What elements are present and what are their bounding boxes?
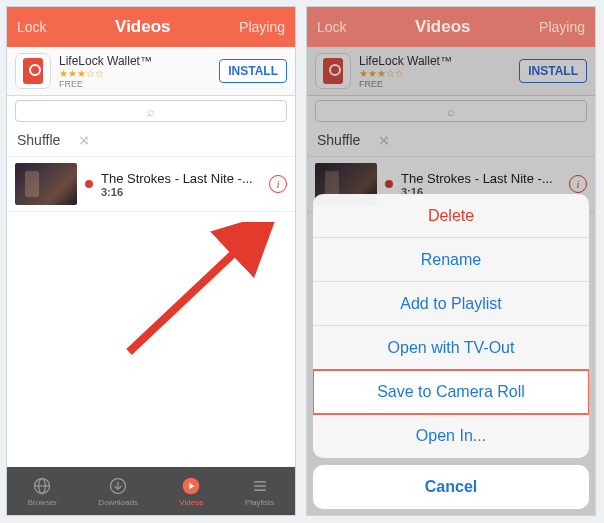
sheet-open-in[interactable]: Open In... [313,414,589,458]
navbar: Lock Videos Playing [307,7,595,47]
navbar: Lock Videos Playing [7,7,295,47]
annotation-arrow-icon [117,222,282,372]
nav-lock[interactable]: Lock [317,19,347,35]
tab-label: Playlists [245,498,274,507]
video-meta: The Strokes - Last Nite -... 3:16 [101,171,261,198]
unwatched-dot-icon [85,180,93,188]
action-sheet: Delete Rename Add to Playlist Open with … [313,194,589,509]
video-thumbnail [15,163,77,205]
tab-bar: Browser Downloads Videos Playlists [7,467,295,515]
screenshot-left: Lock Videos Playing LifeLock Wallet™ ★★★… [6,6,296,516]
ad-free-label: FREE [59,79,211,89]
nav-playing[interactable]: Playing [539,19,585,35]
tab-videos[interactable]: Videos [179,475,203,507]
nav-playing[interactable]: Playing [239,19,285,35]
screenshot-right: Lock Videos Playing LifeLock Wallet™ ★★★… [306,6,596,516]
search-icon: ⌕ [147,104,155,119]
list-icon [249,475,271,497]
search-input[interactable]: ⌕ [15,100,287,122]
tab-browser[interactable]: Browser [28,475,57,507]
install-button[interactable]: INSTALL [219,59,287,83]
nav-title: Videos [115,17,170,37]
svg-line-0 [129,222,267,352]
nav-lock[interactable]: Lock [17,19,47,35]
sheet-save-camera-roll[interactable]: Save to Camera Roll [313,369,589,415]
shuffle-row[interactable]: Shuffle ⤨ [7,126,295,157]
sheet-rename[interactable]: Rename [313,238,589,282]
content-area [7,212,295,467]
play-icon [180,475,202,497]
globe-icon [31,475,53,497]
nav-title: Videos [415,17,470,37]
video-title: The Strokes - Last Nite -... [101,171,261,186]
sheet-delete[interactable]: Delete [313,194,589,238]
shuffle-icon: ⤨ [78,132,90,148]
shuffle-label: Shuffle [17,132,60,148]
ad-stars-icon: ★★★☆☆ [59,68,211,79]
ad-app-icon [15,53,51,89]
tab-downloads[interactable]: Downloads [98,475,138,507]
ad-text: LifeLock Wallet™ ★★★☆☆ FREE [59,54,211,89]
info-button[interactable]: i [269,175,287,193]
tab-playlists[interactable]: Playlists [245,475,274,507]
video-row[interactable]: The Strokes - Last Nite -... 3:16 i [7,157,295,212]
sheet-add-to-playlist[interactable]: Add to Playlist [313,282,589,326]
tab-label: Videos [179,498,203,507]
video-duration: 3:16 [101,186,261,198]
download-icon [107,475,129,497]
sheet-tv-out[interactable]: Open with TV-Out [313,326,589,370]
sheet-cancel[interactable]: Cancel [313,465,589,509]
tab-label: Downloads [98,498,138,507]
ad-title: LifeLock Wallet™ [59,54,211,68]
ad-banner[interactable]: LifeLock Wallet™ ★★★☆☆ FREE INSTALL [7,47,295,96]
tab-label: Browser [28,498,57,507]
